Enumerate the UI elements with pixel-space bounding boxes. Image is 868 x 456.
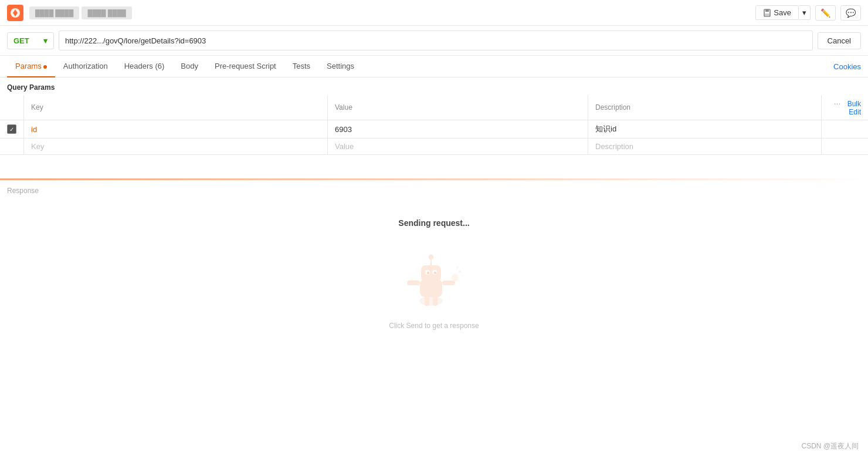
url-bar: GET ▾ Cancel [0,26,868,56]
comment-icon: 💬 [846,8,856,18]
table-row-empty: Key Value Description [0,139,868,155]
sending-area: Sending request... Click Send to get a r… [0,201,868,342]
top-bar-left: ████ ████ ████ ████ [7,5,132,21]
svg-point-19 [459,271,461,273]
empty-actions [821,139,868,155]
checkbox-checked[interactable]: ✓ [7,124,16,134]
request-tabs: Params Authorization Headers (6) Body Pr… [7,56,362,77]
empty-key[interactable]: Key [24,139,328,155]
cancel-button[interactable]: Cancel [818,32,861,49]
svg-rect-8 [420,279,442,297]
svg-point-21 [462,275,463,276]
url-input[interactable] [59,31,813,50]
tab-params[interactable]: Params [7,56,55,77]
svg-rect-9 [421,265,441,282]
col-header-actions: ··· Bulk Edit [821,95,868,120]
sending-request-text: Sending request... [398,218,469,228]
svg-point-18 [452,274,459,281]
empty-check [0,139,24,155]
edit-icon: ✏️ [820,8,830,18]
tab-pill-1[interactable]: ████ ████ [29,6,79,19]
svg-point-12 [427,272,429,274]
row1-check[interactable]: ✓ [0,120,24,139]
edit-icon-button[interactable]: ✏️ [815,5,836,21]
response-section: Response [0,180,868,201]
tabs-row: Params Authorization Headers (6) Body Pr… [0,56,868,77]
tab-prerequest[interactable]: Pre-request Script [206,56,284,77]
tab-tests[interactable]: Tests [284,56,318,77]
method-label: GET [13,36,29,45]
more-options-icon[interactable]: ··· [834,99,841,108]
bulk-edit-link[interactable]: Bulk Edit [847,100,861,116]
top-bar: ████ ████ ████ ████ Save ▾ ✏️ 💬 [0,0,868,26]
query-params-label: Query Params [0,77,868,95]
table-header-row: Key Value Description ··· Bulk Edit [0,95,868,120]
save-dropdown-button[interactable]: ▾ [799,5,811,20]
tab-pill-2[interactable]: ████ ████ [82,6,131,19]
cookies-link[interactable]: Cookies [833,56,861,77]
svg-rect-3 [765,9,769,12]
tab-authorization[interactable]: Authorization [55,56,116,77]
params-table: Key Value Description ··· Bulk Edit ✓ id [0,95,868,155]
svg-rect-4 [765,13,769,16]
table-row: ✓ id 6903 知识id [0,120,868,139]
footer-credit: CSDN @遥夜人间 [801,442,859,450]
svg-rect-16 [407,281,420,285]
col-header-key: Key [24,95,328,120]
save-icon [763,9,771,17]
col-header-check [0,95,24,120]
row1-value[interactable]: 6903 [328,120,588,139]
method-dropdown-icon: ▾ [43,36,48,45]
svg-rect-17 [442,281,455,285]
row1-actions [821,120,868,139]
tab-body[interactable]: Body [172,56,206,77]
row1-description[interactable]: 知识id [588,120,822,139]
row1-key[interactable]: id [24,120,328,139]
empty-value[interactable]: Value [328,139,588,155]
response-label: Response [7,187,39,195]
comment-icon-button[interactable]: 💬 [840,5,861,21]
postman-logo [7,5,23,21]
svg-point-20 [457,267,459,269]
params-dot [43,65,47,69]
tab-settings[interactable]: Settings [318,56,362,77]
svg-point-15 [429,255,433,259]
svg-point-5 [419,296,443,306]
top-bar-right: Save ▾ ✏️ 💬 [755,5,861,21]
footer: CSDN @遥夜人间 [801,441,859,451]
method-select[interactable]: GET ▾ [7,32,54,49]
svg-point-13 [434,272,436,274]
save-button[interactable]: Save [755,5,799,20]
col-header-description: Description [588,95,822,120]
tab-headers[interactable]: Headers (6) [116,56,173,77]
click-send-text: Click Send to get a response [389,322,479,330]
tab-pills: ████ ████ ████ ████ [29,6,132,19]
robot-illustration [399,245,469,316]
empty-description[interactable]: Description [588,139,822,155]
col-header-value: Value [328,95,588,120]
